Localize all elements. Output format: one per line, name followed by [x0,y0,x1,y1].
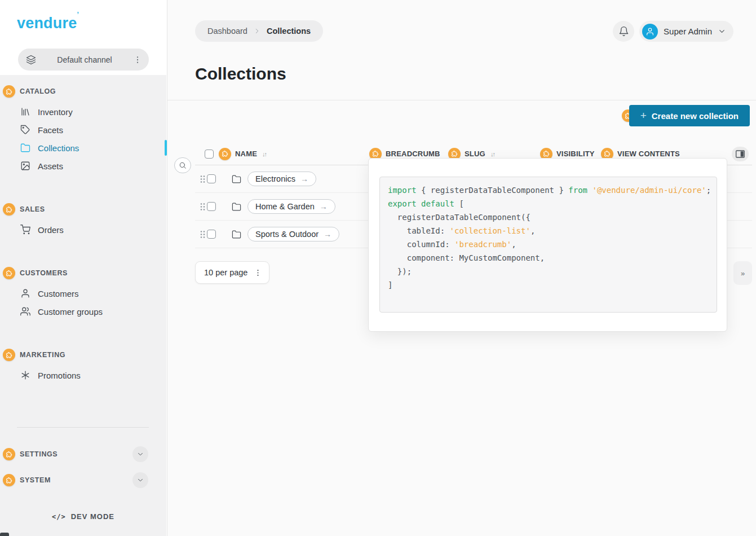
asterisk-icon [20,370,30,380]
drag-handle-icon[interactable] [200,175,205,183]
nav-section-marketing: MARKETING Promotions [0,348,166,384]
folder-icon [232,230,241,239]
select-all-checkbox[interactable] [205,150,214,159]
name-cell: Home & Garden → [195,199,369,214]
sidebar-item-assets[interactable]: Assets [0,157,166,175]
dev-extension-badge[interactable] [3,448,15,460]
code-line: component: MyCustomComponent, [388,251,717,265]
sort-icon[interactable]: ↓↑ [261,151,266,157]
nav-section-label: MARKETING [20,351,65,359]
kebab-menu-icon[interactable] [133,55,142,64]
row-checkbox[interactable] [207,202,216,211]
dev-extension-badge[interactable] [219,148,231,160]
folder-icon [232,202,241,212]
arrow-right-icon: → [320,202,328,211]
next-page-button[interactable]: » [733,261,752,285]
vendure-admin-page: vendure’ Default channel CATALOG Inven [0,0,756,536]
code-line: tableId: 'collection-list', [388,224,717,238]
collection-link[interactable]: Home & Garden → [247,199,335,214]
vendure-logo: vendure’ [17,15,79,32]
folder-icon [232,174,241,184]
sidebar-item-inventory[interactable]: Inventory [0,103,166,121]
sidebar-section-system[interactable]: SYSTEM [0,472,166,488]
chevron-down-icon[interactable] [132,472,148,488]
nav-section-label: SALES [20,205,45,213]
arrow-right-icon: → [300,174,308,183]
search-icon [179,161,187,169]
collection-link[interactable]: Electronics → [247,172,316,186]
sidebar-item-customer-groups[interactable]: Customer groups [0,302,166,320]
channel-switcher[interactable]: Default channel [18,49,149,71]
drag-handle-icon[interactable] [200,230,205,239]
name-cell: Sports & Outdoor → [195,227,369,241]
dev-extension-badge[interactable] [3,474,15,486]
row-checkbox[interactable] [207,174,216,183]
cart-icon [20,225,30,235]
sort-icon[interactable]: ↓↑ [489,151,494,157]
avatar [642,24,658,39]
name-cell: Electronics → [195,172,369,186]
code-line: columnId: 'breadcrumb', [388,238,717,251]
dev-extension-badge[interactable] [3,267,15,279]
nav-section-label: CATALOG [20,87,56,95]
notifications-button[interactable] [613,21,634,42]
nav-section-catalog: CATALOG Inventory Facets Collections [0,85,166,175]
row-checkbox[interactable] [207,230,216,239]
toast-peek [0,533,9,536]
double-chevron-right-icon: » [741,269,745,278]
arrow-right-icon: → [324,230,331,239]
user-name: Super Admin [664,27,712,36]
dev-extension-badge[interactable] [3,203,15,216]
create-new-collection-button[interactable]: + Create new collection [629,105,750,126]
nav-section-label: CUSTOMERS [20,269,68,277]
drag-handle-icon[interactable] [200,203,205,211]
user-menu[interactable]: Super Admin [639,21,733,42]
dev-extension-badge[interactable] [3,85,15,98]
tag-icon [20,125,30,135]
nav-section-sales: SALES Orders [0,203,166,239]
folder-icon [20,143,30,153]
sidebar-item-facets[interactable]: Facets [0,121,166,139]
logo-trademark: ’ [77,11,79,19]
dev-extension-badge[interactable] [3,349,15,361]
column-header-name[interactable]: NAME ↓↑ [195,148,369,160]
user-icon [20,288,30,298]
breadcrumb-dashboard[interactable]: Dashboard [207,27,247,36]
header-divider [167,100,756,100]
table-search-button[interactable] [174,157,191,173]
table-columns-icon [736,150,745,158]
sidebar-item-promotions[interactable]: Promotions [0,366,166,384]
channel-label: Default channel [36,55,133,64]
sidebar-divider [17,427,149,428]
dev-mode-toggle[interactable]: </> DEV MODE [0,512,166,521]
layers-icon [26,55,36,65]
nav-section-customers: CUSTOMERS Customers Customer groups [0,266,166,320]
sidebar-item-collections[interactable]: Collections [0,139,166,157]
code-block: import { registerDataTableComponent } fr… [379,177,717,313]
code-line: }); [388,265,717,278]
image-icon [20,161,30,171]
sidebar-section-settings[interactable]: SETTINGS [0,446,166,462]
breadcrumb-separator-icon [253,27,261,35]
chevron-down-icon[interactable] [132,446,148,462]
bell-icon [618,26,629,37]
active-indicator [165,140,167,156]
code-brackets-icon: </> [52,513,66,521]
dev-mode-code-popover: import { registerDataTableComponent } fr… [368,158,727,332]
chevron-down-icon [718,27,726,36]
code-line: export default [ [388,197,717,210]
code-line: registerDataTableComponent({ [388,210,717,224]
page-title: Collections [195,64,286,84]
users-icon [20,306,30,317]
plus-icon: + [640,109,647,122]
column-picker-button[interactable] [732,147,749,161]
breadcrumb-collections[interactable]: Collections [267,27,311,36]
collection-link[interactable]: Sports & Outdoor → [247,227,339,241]
sidebar: vendure’ Default channel CATALOG Inven [0,0,167,536]
code-line: ] [388,278,717,292]
sidebar-item-customers[interactable]: Customers [0,284,166,302]
items-per-page-select[interactable]: 10 per page [195,261,269,284]
kebab-menu-icon [254,269,262,277]
sidebar-item-orders[interactable]: Orders [0,221,166,239]
code-line: import { registerDataTableComponent } fr… [388,183,717,197]
